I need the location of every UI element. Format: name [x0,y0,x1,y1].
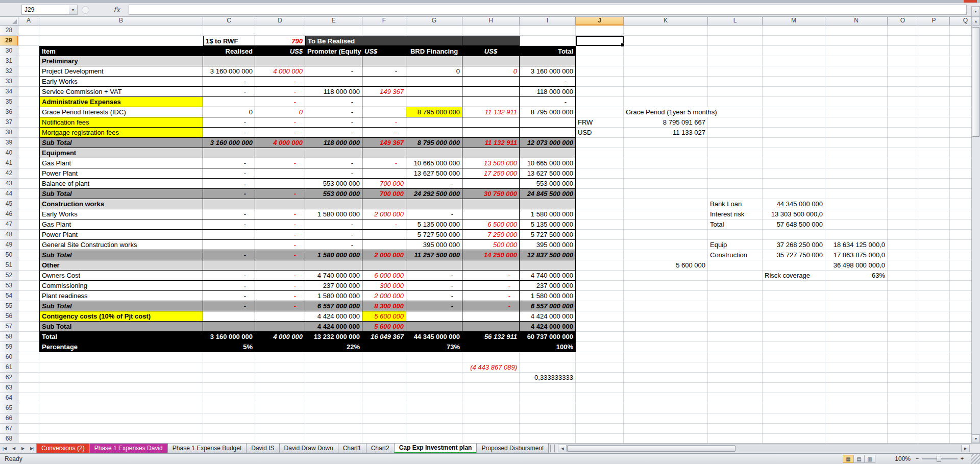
cell-C49[interactable] [203,240,255,250]
cell-E62[interactable] [305,373,362,383]
cell-B43[interactable]: Balance of plant [39,179,203,189]
cell-O44[interactable] [888,189,918,199]
cell-D60[interactable] [255,352,305,362]
cell-N37[interactable] [825,117,888,128]
cell-L48[interactable] [708,230,763,240]
cell-B60[interactable] [39,352,203,362]
cell-H68[interactable] [462,434,520,443]
cell-F63[interactable] [362,383,406,393]
cell-L30[interactable] [708,46,763,56]
cell-P38[interactable] [918,128,950,138]
cell-J30[interactable] [576,46,624,56]
cell-P55[interactable] [918,301,950,311]
cell-K55[interactable] [624,301,708,311]
cell-Q33[interactable] [950,77,971,87]
tab-split-handle[interactable] [550,445,555,452]
row-header-64[interactable]: 64 [0,393,18,403]
cell-C34[interactable]: - [203,87,255,97]
cell-N51[interactable]: 36 498 000 000,0 [825,260,888,271]
resize-grip[interactable] [971,454,980,464]
cell-K48[interactable] [624,230,708,240]
cell-K54[interactable] [624,291,708,301]
cell-L68[interactable] [708,434,763,443]
cell-J37[interactable]: FRW [576,117,624,128]
cell-D57[interactable] [255,322,305,332]
cell-I37[interactable] [520,117,576,128]
cell-P43[interactable] [918,179,950,189]
scroll-left-icon[interactable]: ◀ [558,445,567,452]
cell-I46[interactable]: 1 580 000 000 [520,209,576,219]
cell-J31[interactable] [576,56,624,66]
cell-G40[interactable] [406,148,462,158]
sheet-tab-chart1[interactable]: Chart1 [338,444,366,453]
cell-I30[interactable]: Total [520,46,576,56]
cell-A42[interactable] [18,168,39,179]
cell-A31[interactable] [18,56,39,66]
cell-J51[interactable] [576,260,624,271]
row-header-41[interactable]: 41 [0,158,18,168]
cell-F28[interactable] [362,26,406,36]
cell-I67[interactable] [520,424,576,434]
cell-C60[interactable] [203,352,255,362]
cell-P33[interactable] [918,77,950,87]
cell-M59[interactable] [763,342,825,352]
cell-J32[interactable] [576,66,624,77]
cell-F50[interactable]: 2 000 000 [362,250,406,260]
cell-H63[interactable] [462,383,520,393]
cell-N60[interactable] [825,352,888,362]
cell-Q54[interactable] [950,291,971,301]
cell-I55[interactable]: 6 557 000 000 [520,301,576,311]
cell-F44[interactable]: 700 000 [362,189,406,199]
cell-N34[interactable] [825,87,888,97]
cell-H58[interactable]: 56 132 911 [462,332,520,342]
name-box-dropdown-icon[interactable]: ▼ [69,5,78,15]
cell-G53[interactable]: - [406,281,462,291]
row-header-48[interactable]: 48 [0,230,18,240]
cell-K42[interactable] [624,168,708,179]
cell-B59[interactable]: Percentage [39,342,203,352]
cell-F68[interactable] [362,434,406,443]
col-header-N[interactable]: N [825,17,888,26]
cell-Q31[interactable] [950,56,971,66]
cell-F39[interactable]: 149 367 [362,138,406,148]
cell-H35[interactable] [462,97,520,107]
cell-A36[interactable] [18,107,39,117]
cell-O53[interactable] [888,281,918,291]
cell-H48[interactable]: 7 250 000 [462,230,520,240]
cell-O29[interactable] [888,36,918,46]
cell-N55[interactable] [825,301,888,311]
row-header-52[interactable]: 52 [0,271,18,281]
cell-A41[interactable] [18,158,39,168]
cell-P64[interactable] [918,393,950,403]
cell-E37[interactable]: - [305,117,362,128]
cell-D46[interactable]: - [255,209,305,219]
col-header-C[interactable]: C [203,17,255,26]
cell-E64[interactable] [305,393,362,403]
cell-D32[interactable]: 4 000 000 [255,66,305,77]
cell-L35[interactable] [708,97,763,107]
cell-J33[interactable] [576,77,624,87]
scroll-up-icon[interactable]: ▲ [972,17,980,26]
cell-L42[interactable] [708,168,763,179]
cell-D37[interactable]: - [255,117,305,128]
cell-P37[interactable] [918,117,950,128]
cell-D43[interactable] [255,179,305,189]
sheet-tab-conversions-2[interactable]: Conversions (2) [36,444,90,453]
cell-E30[interactable]: Promoter (Equity [305,46,362,56]
cell-F33[interactable] [362,77,406,87]
cell-J68[interactable] [576,434,624,443]
cell-H28[interactable] [462,26,520,36]
cell-J58[interactable] [576,332,624,342]
cell-L64[interactable] [708,393,763,403]
cell-H51[interactable] [462,260,520,271]
cell-J47[interactable] [576,219,624,230]
cell-B55[interactable]: Sub Total [39,301,203,311]
cell-D66[interactable] [255,413,305,424]
cell-N43[interactable] [825,179,888,189]
cell-H31[interactable] [462,56,520,66]
cell-M68[interactable] [763,434,825,443]
cell-L58[interactable] [708,332,763,342]
cell-A49[interactable] [18,240,39,250]
cell-F42[interactable] [362,168,406,179]
cell-F67[interactable] [362,424,406,434]
